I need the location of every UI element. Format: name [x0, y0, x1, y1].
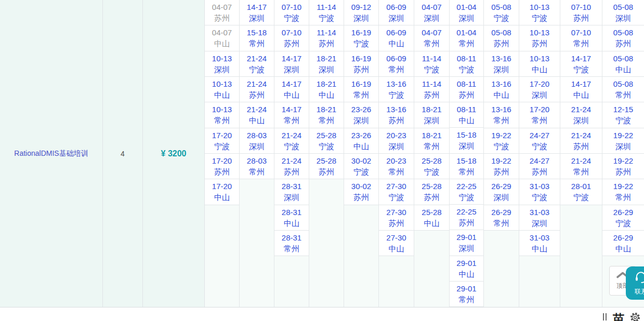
- session-cell[interactable]: 22-25苏州: [450, 205, 483, 230]
- session-cell[interactable]: 18-21深圳: [414, 102, 449, 128]
- session-cell[interactable]: 17-20中山: [205, 179, 239, 205]
- session-cell[interactable]: 16-19宁波: [344, 25, 378, 51]
- session-cell[interactable]: 24-27宁波: [519, 128, 560, 154]
- session-cell[interactable]: 26-29深圳: [484, 179, 519, 205]
- session-cell[interactable]: 23-26中山: [344, 128, 378, 154]
- session-cell[interactable]: 27-30中山: [379, 231, 414, 256]
- session-cell[interactable]: 16-19常州: [344, 77, 378, 102]
- session-cell[interactable]: 18-21常州: [414, 128, 449, 154]
- session-cell[interactable]: 21-24苏州: [240, 77, 274, 102]
- session-cell[interactable]: 25-28苏州: [309, 154, 344, 179]
- session-cell[interactable]: 11-14宁波: [309, 0, 344, 25]
- session-cell[interactable]: 11-14宁波: [414, 51, 449, 77]
- session-cell[interactable]: 26-29宁波: [602, 205, 644, 231]
- session-cell[interactable]: 13-16苏州: [379, 102, 414, 128]
- session-cell[interactable]: 01-04深圳: [450, 0, 483, 25]
- session-cell[interactable]: 19-22常州: [602, 179, 644, 205]
- session-cell[interactable]: 01-04常州: [450, 25, 483, 51]
- session-cell[interactable]: 17-20深圳: [519, 77, 560, 102]
- ime-drag-handle-icon[interactable]: [603, 313, 607, 320]
- session-cell[interactable]: 14-17中山: [274, 77, 309, 102]
- session-cell[interactable]: 25-28中山: [414, 205, 449, 231]
- session-cell[interactable]: 27-30宁波: [379, 179, 414, 205]
- session-cell[interactable]: 26-29常州: [484, 205, 519, 231]
- session-cell[interactable]: 19-22宁波: [484, 128, 519, 154]
- session-cell[interactable]: 13-16深圳: [484, 51, 519, 77]
- session-cell[interactable]: 18-21常州: [309, 102, 344, 128]
- session-cell[interactable]: 14-17常州: [274, 102, 309, 128]
- session-cell[interactable]: 21-24宁波: [240, 51, 274, 77]
- session-cell[interactable]: 05-08宁波: [484, 0, 519, 25]
- session-cell[interactable]: 09-12深圳: [344, 0, 378, 25]
- session-cell[interactable]: 15-18深圳: [450, 128, 483, 153]
- session-cell[interactable]: 10-13宁波: [519, 0, 560, 25]
- session-cell[interactable]: 24-27苏州: [519, 154, 560, 179]
- session-cell[interactable]: 19-22苏州: [602, 154, 644, 179]
- session-cell[interactable]: 28-31深圳: [274, 179, 309, 205]
- session-cell[interactable]: 21-24深圳: [560, 102, 602, 128]
- session-cell[interactable]: 07-10宁波: [274, 0, 309, 25]
- session-cell[interactable]: 06-09深圳: [379, 0, 414, 25]
- session-cell[interactable]: 04-07常州: [414, 25, 449, 51]
- ime-language-indicator[interactable]: 苗: [613, 311, 624, 321]
- session-cell[interactable]: 19-22深圳: [602, 128, 644, 154]
- session-cell[interactable]: 21-24中山: [240, 102, 274, 128]
- session-cell[interactable]: 13-16宁波: [379, 77, 414, 102]
- session-cell[interactable]: 30-02宁波: [344, 154, 378, 179]
- session-cell[interactable]: 23-26深圳: [344, 102, 378, 128]
- session-cell[interactable]: 05-08常州: [602, 77, 644, 102]
- session-cell[interactable]: 28-03深圳: [240, 128, 274, 154]
- session-cell[interactable]: 22-25宁波: [450, 179, 483, 205]
- session-cell[interactable]: 08-11宁波: [450, 51, 483, 77]
- session-cell[interactable]: 04-07苏州: [205, 0, 239, 25]
- session-cell[interactable]: 18-21深圳: [309, 51, 344, 77]
- course-name-link[interactable]: RationalDMIS基础培训: [14, 149, 88, 158]
- session-cell[interactable]: 15-18常州: [240, 25, 274, 51]
- session-cell[interactable]: 07-10常州: [560, 25, 602, 51]
- session-cell[interactable]: 05-08苏州: [484, 25, 519, 51]
- session-cell[interactable]: 14-17深圳: [240, 0, 274, 25]
- session-cell[interactable]: 10-13中山: [205, 77, 239, 102]
- session-cell[interactable]: 21-24苏州: [274, 154, 309, 179]
- session-cell[interactable]: 25-28宁波: [309, 128, 344, 154]
- session-cell[interactable]: 04-07中山: [205, 25, 239, 51]
- session-cell[interactable]: 25-28宁波: [414, 154, 449, 179]
- session-cell[interactable]: 10-13常州: [205, 102, 239, 128]
- session-cell[interactable]: 14-17深圳: [274, 51, 309, 77]
- session-cell[interactable]: 14-17宁波: [560, 51, 602, 77]
- session-cell[interactable]: 04-07深圳: [414, 0, 449, 25]
- session-cell[interactable]: 17-20常州: [519, 102, 560, 128]
- session-cell[interactable]: 13-16中山: [484, 77, 519, 102]
- session-cell[interactable]: 26-29中山: [602, 231, 644, 256]
- session-cell[interactable]: 05-08深圳: [602, 0, 644, 25]
- session-cell[interactable]: 10-13苏州: [519, 25, 560, 51]
- session-cell[interactable]: 15-18常州: [450, 154, 483, 179]
- session-cell[interactable]: 31-03中山: [519, 231, 560, 256]
- session-cell[interactable]: 29-01深圳: [450, 230, 483, 256]
- session-cell[interactable]: 06-09中山: [379, 25, 414, 51]
- session-cell[interactable]: 08-11苏州: [450, 77, 483, 102]
- session-cell[interactable]: 07-10苏州: [560, 0, 602, 25]
- session-cell[interactable]: 19-22苏州: [484, 154, 519, 179]
- session-cell[interactable]: 14-17中山: [560, 77, 602, 102]
- session-cell[interactable]: 21-24常州: [560, 154, 602, 179]
- session-cell[interactable]: 17-20宁波: [205, 128, 239, 154]
- session-cell[interactable]: 31-03宁波: [519, 179, 560, 205]
- session-cell[interactable]: 30-02苏州: [344, 179, 378, 205]
- session-cell[interactable]: 10-13深圳: [205, 51, 239, 77]
- session-cell[interactable]: 20-23常州: [379, 154, 414, 179]
- ime-settings-gear-icon[interactable]: [629, 312, 641, 321]
- session-cell[interactable]: 05-08苏州: [602, 25, 644, 51]
- contact-service-button[interactable]: 联系: [626, 266, 644, 300]
- session-cell[interactable]: 28-01宁波: [560, 179, 602, 205]
- session-cell[interactable]: 12-15宁波: [602, 102, 644, 128]
- session-cell[interactable]: 29-01中山: [450, 256, 483, 282]
- session-cell[interactable]: 31-03深圳: [519, 205, 560, 231]
- session-cell[interactable]: 17-20苏州: [205, 154, 239, 179]
- session-cell[interactable]: 07-10苏州: [274, 25, 309, 51]
- session-cell[interactable]: 18-21中山: [309, 77, 344, 102]
- session-cell[interactable]: 10-13中山: [519, 51, 560, 77]
- session-cell[interactable]: 05-08中山: [602, 51, 644, 77]
- session-cell[interactable]: 11-14苏州: [309, 25, 344, 51]
- session-cell[interactable]: 16-19苏州: [344, 51, 378, 77]
